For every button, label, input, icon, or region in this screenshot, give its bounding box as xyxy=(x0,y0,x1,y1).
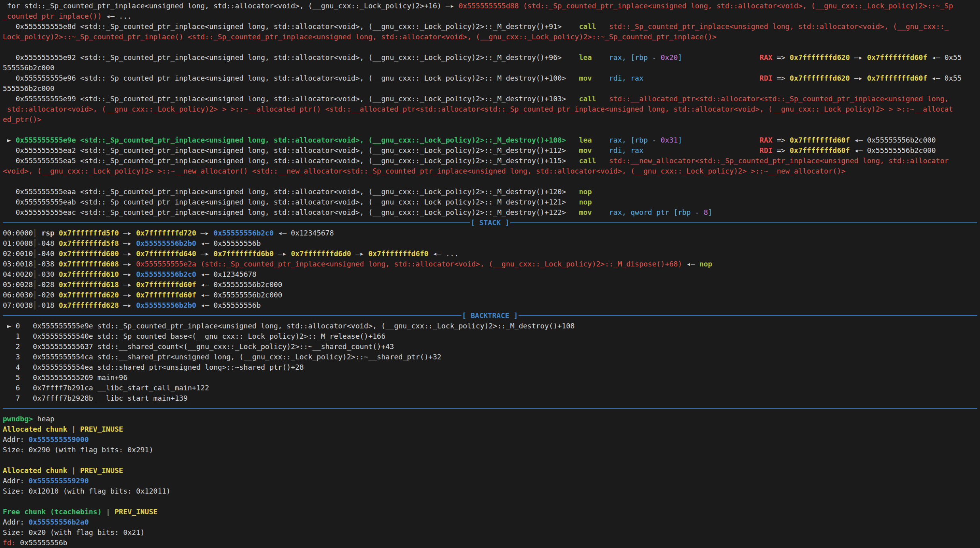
backtrace-frame: 6 0x7ffff7b291ca __libc_start_call_main+… xyxy=(3,383,980,393)
heap-chunk-header: Allocated chunk | PREV_INUSE xyxy=(3,424,980,434)
disasm-line: 0x555555555e8d <std::_Sp_counted_ptr_inp… xyxy=(3,21,980,32)
pwndbg-terminal: for std::_Sp_counted_ptr_inplace<unsigne… xyxy=(0,0,980,548)
backtrace-frame: 3 0x5555555554ca std::__shared_ptr<unsig… xyxy=(3,352,980,362)
stack-entry: 04:0020│-030 0x7fffffffd610 —▸ 0x5555555… xyxy=(3,269,980,280)
section-label: [ STACK ] xyxy=(470,218,510,228)
disasm-line: 0x555555555e92 <std::_Sp_counted_ptr_inp… xyxy=(3,52,980,63)
heap-chunk-size: Size: 0x12010 (with flag bits: 0x12011) xyxy=(3,486,980,496)
disasm-line: for std::_Sp_counted_ptr_inplace<unsigne… xyxy=(3,1,980,11)
heap-chunk-size: Size: 0x20 (with flag bits: 0x21) xyxy=(3,527,980,538)
backtrace-frame: 4 0x5555555554ea std::shared_ptr<unsigne… xyxy=(3,362,980,372)
backtrace-frame: 7 0x7ffff7b2928b __libc_start_main+139 xyxy=(3,393,980,403)
stack-entry: 07:0038│-018 0x7fffffffd628 —▸ 0x5555555… xyxy=(3,300,980,311)
blank-line xyxy=(3,176,980,187)
divider-line xyxy=(3,408,977,409)
disasm-line: _counted_ptr_inplace()) ◂— ... xyxy=(3,11,980,21)
divider-line xyxy=(519,315,977,316)
heap-chunk-size: Size: 0x290 (with flag bits: 0x291) xyxy=(3,445,980,455)
disasm-line: <void>, (__gnu_cxx::_Lock_policy)2> >::~… xyxy=(3,166,980,176)
heap-chunk-fd: fd: 0x55555556b xyxy=(3,538,980,548)
heap-chunk-header: Free chunk (tcachebins) | PREV_INUSE xyxy=(3,507,980,517)
heap-chunk-addr: Addr: 0x55555556b2a0 xyxy=(3,517,980,527)
heap-chunk-addr: Addr: 0x555555559000 xyxy=(3,434,980,445)
disasm-line-current: ► 0x555555555e9e <std::_Sp_counted_ptr_i… xyxy=(3,135,980,145)
backtrace-section-header: [ BACKTRACE ] xyxy=(3,311,977,321)
disasm-line: 555556b2c000 xyxy=(3,83,980,94)
backtrace-frame: 5 0x555555555269 main+96 xyxy=(3,372,980,383)
heap-chunk-addr: Addr: 0x555555559290 xyxy=(3,476,980,486)
blank-line xyxy=(3,125,980,135)
stack-entry: 01:0008│-048 0x7fffffffd5f8 —▸ 0x5555555… xyxy=(3,238,980,249)
stack-entry: 00:0000│ rsp 0x7fffffffd5f0 —▸ 0x7ffffff… xyxy=(3,228,980,238)
blank-line xyxy=(3,455,980,465)
stack-entry: 02:0010│-040 0x7fffffffd600 —▸ 0x7ffffff… xyxy=(3,249,980,259)
disasm-line: ed_ptr()> xyxy=(3,114,980,125)
disasm-line: 0x555555555ea5 <std::_Sp_counted_ptr_inp… xyxy=(3,156,980,166)
divider-line xyxy=(3,315,461,316)
stack-section-header: [ STACK ] xyxy=(3,218,977,228)
backtrace-frame: 1 0x55555555540e std::_Sp_counted_base<(… xyxy=(3,331,980,342)
disasm-line: 0x555555555e99 <std::_Sp_counted_ptr_inp… xyxy=(3,94,980,104)
divider-line xyxy=(3,222,470,223)
stack-entry: 06:0030│-020 0x7fffffffd620 —▸ 0x7ffffff… xyxy=(3,290,980,300)
command-prompt-line: pwndbg> heap xyxy=(3,414,980,424)
divider-line xyxy=(510,222,977,223)
disasm-line: 0x555555555e96 <std::_Sp_counted_ptr_inp… xyxy=(3,73,980,83)
disasm-line: 0x555555555eac <std::_Sp_counted_ptr_inp… xyxy=(3,207,980,218)
backtrace-frame: ► 0 0x555555555e9e std::_Sp_counted_ptr_… xyxy=(3,321,980,331)
disasm-line: 0x555555555eab <std::_Sp_counted_ptr_inp… xyxy=(3,197,980,207)
disasm-line: 0x555555555ea2 <std::_Sp_counted_ptr_inp… xyxy=(3,145,980,156)
disasm-line: 555556b2c000 xyxy=(3,63,980,73)
section-label: [ BACKTRACE ] xyxy=(461,311,519,321)
backtrace-frame: 2 0x555555555637 std::__shared_count<(__… xyxy=(3,342,980,352)
context-bottom-divider xyxy=(3,403,977,414)
stack-entry: 05:0028│-028 0x7fffffffd618 —▸ 0x7ffffff… xyxy=(3,280,980,290)
stack-entry: 03:0018│-038 0x7fffffffd608 —▸ 0x5555555… xyxy=(3,259,980,269)
heap-chunk-header: Allocated chunk | PREV_INUSE xyxy=(3,465,980,476)
blank-line xyxy=(3,42,980,52)
blank-line xyxy=(3,496,980,507)
disasm-line: std::allocator<void>, (__gnu_cxx::_Lock_… xyxy=(3,104,980,114)
disasm-line: Lock_policy)2>::~_Sp_counted_ptr_inplace… xyxy=(3,32,980,42)
disasm-line: 0x555555555eaa <std::_Sp_counted_ptr_inp… xyxy=(3,187,980,197)
